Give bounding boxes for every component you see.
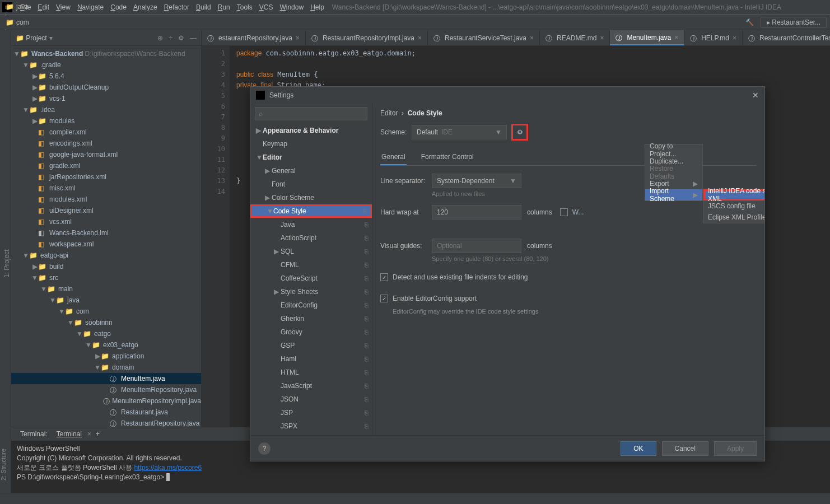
scheme-gear-button[interactable]: ⚙	[511, 124, 528, 141]
editor-tab[interactable]: ⒿRestaurantServiceTest.java×	[428, 30, 540, 45]
tree-item[interactable]: ◧misc.xml	[11, 183, 201, 194]
tree-item[interactable]: ◧vcs.xml	[11, 216, 201, 227]
tree-item[interactable]: ▼📁src	[11, 272, 201, 283]
tree-item[interactable]: ⒿMenuItem.java	[11, 373, 201, 384]
submenu-item[interactable]: IntelliJ IDEA code style XML	[703, 189, 764, 200]
settings-tree-item[interactable]: ▼Editor	[250, 151, 372, 164]
tree-item[interactable]: ▼📁eatgo	[11, 328, 201, 339]
settings-tree-item[interactable]: Kotlin⎘	[250, 433, 372, 435]
collapse-icon[interactable]: ÷	[169, 34, 172, 42]
settings-tree-item[interactable]: JavaScript⎘	[250, 379, 372, 393]
menu-window[interactable]: Window	[276, 3, 307, 11]
settings-tree-item[interactable]: ▶General	[250, 164, 372, 178]
menu-tools[interactable]: Tools	[234, 3, 256, 11]
menu-run[interactable]: Run	[215, 3, 234, 11]
close-icon[interactable]: ×	[530, 34, 534, 42]
editor-tab[interactable]: ⒿREADME.md×	[540, 30, 610, 45]
menu-vcs[interactable]: VCS	[256, 3, 277, 11]
tree-item[interactable]: ▶📁modules	[11, 115, 201, 127]
close-icon[interactable]: ×	[674, 34, 678, 41]
tree-item[interactable]: ⒿMenuItemRepositoryImpl.java	[11, 395, 201, 407]
close-icon[interactable]: ×	[733, 34, 736, 42]
tree-item[interactable]: ▶📁vcs-1	[11, 93, 201, 104]
editor-tab[interactable]: ⒿRestaurantRepositoryImpl.java×	[306, 30, 428, 45]
gear-icon[interactable]: ⚙	[178, 34, 184, 42]
apply-button[interactable]: Apply	[714, 441, 757, 456]
wrap-checkbox[interactable]	[560, 208, 568, 216]
tree-item[interactable]: ◧encodings.xml	[11, 138, 201, 149]
tree-item[interactable]: ◧workspace.xml	[11, 239, 201, 250]
editor-tab[interactable]: ⒿRestaurantControllerTest.java×	[743, 30, 830, 45]
line-separator-select[interactable]: System-Dependent ▼	[432, 174, 521, 188]
settings-tree-item[interactable]: CoffeeScript⎘	[250, 272, 372, 285]
help-button[interactable]: ?	[258, 442, 271, 455]
close-icon[interactable]: ×	[296, 34, 300, 42]
build-icon[interactable]: 🔨	[745, 18, 754, 26]
settings-tree-item[interactable]: ActionScript⎘	[250, 231, 372, 245]
settings-tree-item[interactable]: JSP⎘	[250, 406, 372, 419]
settings-search-input[interactable]: ⌕	[255, 107, 367, 120]
structure-tool-tab[interactable]: 2: Structure	[0, 426, 11, 504]
breadcrumb-item[interactable]: 📁java	[3, 3, 63, 11]
settings-tree-item[interactable]: ▶Style Sheets⎘	[250, 285, 372, 298]
hide-icon[interactable]: —	[190, 34, 197, 42]
tree-item[interactable]: ▼📁java	[11, 295, 201, 306]
project-root[interactable]: ▼📁 Wancs-Backend D:\git\workspace\Wancs-…	[11, 48, 201, 59]
tree-item[interactable]: ◧modules.xml	[11, 194, 201, 205]
locate-icon[interactable]: ⊕	[157, 34, 163, 42]
tree-item[interactable]: ◧uiDesigner.xml	[11, 205, 201, 216]
settings-tree-item[interactable]: JSPX⎘	[250, 419, 372, 433]
pscore-link[interactable]: https://aka.ms/pscore6	[134, 464, 202, 472]
menu-refactor[interactable]: Refactor	[161, 3, 193, 11]
run-config-selector[interactable]: ▸ RestaurantSer...	[761, 17, 827, 28]
settings-tree-item[interactable]: ▶Color Scheme	[250, 191, 372, 204]
tree-item[interactable]: ▼📁.idea	[11, 104, 201, 115]
close-icon[interactable]: ×	[600, 34, 604, 42]
terminal-add-tab[interactable]: +	[96, 430, 100, 438]
tree-item[interactable]: ▼📁domain	[11, 362, 201, 373]
submenu-item[interactable]: Eclipse XML Profile	[703, 212, 764, 223]
tree-item[interactable]: ◧google-java-format.xml	[11, 149, 201, 160]
tree-item[interactable]: ▶📁application	[11, 351, 201, 362]
tree-item[interactable]: ◧gradle.xml	[11, 160, 201, 171]
project-tool-tab[interactable]: 1: Project	[3, 39, 11, 488]
submenu-item[interactable]: JSCS config file	[703, 200, 764, 212]
settings-tree-item[interactable]: GSP⎘	[250, 339, 372, 352]
tree-item[interactable]: ▼📁soobinnn	[11, 317, 201, 328]
tree-item[interactable]: ◧jarRepositories.xml	[11, 171, 201, 183]
tree-item[interactable]: ▼📁.gradle	[11, 59, 201, 71]
tree-item[interactable]: ▼📁main	[11, 283, 201, 295]
tree-item[interactable]: ▼📁com	[11, 306, 201, 317]
detect-indents-checkbox[interactable]: ✓	[380, 273, 388, 281]
menu-code[interactable]: Code	[107, 3, 130, 11]
menu-analyze[interactable]: Analyze	[130, 3, 161, 11]
settings-tree-item[interactable]: ▶SQL⎘	[250, 245, 372, 258]
terminal-tab[interactable]: Terminal	[52, 430, 86, 438]
tree-item[interactable]: ◧Wancs-Backend.iml	[11, 227, 201, 239]
tree-item[interactable]: ▶📁buildOutputCleanup	[11, 82, 201, 93]
cancel-button[interactable]: Cancel	[662, 441, 708, 456]
settings-tree-item[interactable]: CFML⎘	[250, 258, 372, 272]
breadcrumb-item[interactable]: 📁com	[3, 18, 63, 26]
scheme-select[interactable]: Default IDE ▼	[412, 125, 507, 139]
settings-tree-item[interactable]: JSON⎘	[250, 393, 372, 406]
close-icon[interactable]: ×	[418, 34, 422, 42]
editor-tab[interactable]: ⒿHELP.md×	[684, 30, 743, 45]
terminal-tab-close[interactable]: ×	[87, 430, 91, 438]
tree-item[interactable]: ▶📁5.6.4	[11, 71, 201, 82]
settings-tree-item[interactable]: HTML⎘	[250, 366, 372, 379]
editor-tab[interactable]: ⒿMenuItem.java×	[610, 30, 684, 45]
settings-tree-item[interactable]: Haml⎘	[250, 352, 372, 366]
menu-item[interactable]: Copy to Project...	[645, 144, 702, 156]
visual-guides-input[interactable]: Optional	[432, 239, 521, 253]
settings-tree-item[interactable]: EditorConfig⎘	[250, 298, 372, 312]
settings-tree-item[interactable]: Keymap	[250, 137, 372, 151]
tab-formatter-control[interactable]: Formatter Control	[420, 150, 475, 165]
settings-tree-item[interactable]: ▼Code Style⎘	[250, 204, 372, 218]
settings-tree-item[interactable]: Groovy⎘	[250, 325, 372, 339]
settings-tree-item[interactable]: Java⎘	[250, 218, 372, 231]
menu-help[interactable]: Help	[307, 3, 328, 11]
tree-item[interactable]: ⒿMenuItemRepository.java	[11, 384, 201, 395]
tree-item[interactable]: ⒿRestaurant.java	[11, 407, 201, 418]
settings-tree-item[interactable]: ▶Appearance & Behavior	[250, 124, 372, 137]
